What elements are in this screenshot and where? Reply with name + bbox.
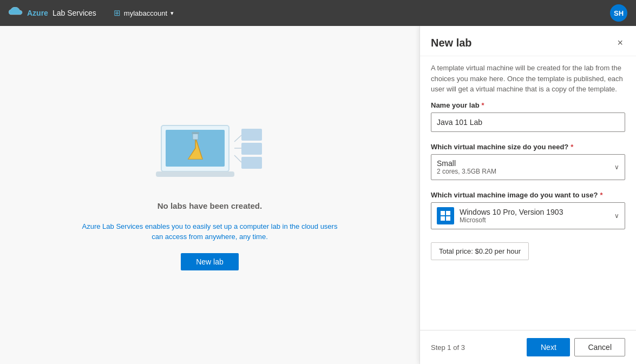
vm-image-value: Windows 10 Pro, Version 1903	[460, 208, 609, 216]
empty-state-title: No labs have been created.	[158, 201, 262, 210]
dialog-title: New lab	[431, 37, 472, 49]
left-panel: No labs have been created. Azure Lab Ser…	[0, 26, 419, 364]
svg-rect-14	[446, 211, 450, 215]
illustration	[156, 120, 264, 190]
topbar: Azure Lab Services ⊞ mylabaccount ▾ SH	[0, 0, 636, 26]
user-avatar[interactable]: SH	[610, 4, 627, 22]
cloud-icon	[9, 6, 23, 20]
svg-rect-15	[441, 216, 445, 221]
close-button[interactable]: ×	[615, 37, 625, 49]
footer-buttons: Next Cancel	[527, 338, 625, 356]
step-label: Step 1 of 3	[431, 343, 465, 352]
chevron-down-icon: ▾	[171, 10, 174, 17]
svg-rect-11	[241, 143, 262, 155]
vm-size-label: Which virtual machine size do you need? …	[431, 143, 625, 151]
required-indicator: *	[482, 101, 484, 109]
vm-image-sub: Microsoft	[460, 216, 609, 224]
empty-state-illustration	[156, 120, 264, 190]
chevron-down-icon: ∨	[614, 163, 619, 171]
dialog-body: Name your lab * Which virtual machine si…	[420, 101, 636, 330]
vm-size-value: Small	[437, 159, 496, 168]
svg-rect-12	[241, 157, 262, 169]
next-button[interactable]: Next	[527, 338, 570, 356]
lab-name-label: Name your lab *	[431, 101, 625, 109]
account-icon: ⊞	[114, 8, 121, 18]
svg-line-7	[234, 135, 241, 142]
svg-rect-10	[241, 129, 262, 141]
vm-image-group: Which virtual machine image do you want …	[431, 191, 625, 229]
dialog-footer: Step 1 of 3 Next Cancel	[420, 330, 636, 364]
new-lab-button[interactable]: New lab	[181, 253, 239, 270]
app-logo: Azure Lab Services	[9, 6, 96, 20]
vm-image-dropdown[interactable]: Windows 10 Pro, Version 1903 Microsoft ∨	[431, 202, 625, 229]
empty-state-desc: Azure Lab Services enables you to easily…	[80, 221, 340, 242]
brand-azure: Azure	[27, 9, 48, 17]
dialog-description: A template virtual machine will be creat…	[420, 56, 636, 101]
vm-size-group: Which virtual machine size do you need? …	[431, 143, 625, 180]
svg-rect-16	[446, 216, 450, 221]
vm-image-label: Which virtual machine image do you want …	[431, 191, 625, 199]
svg-rect-6	[156, 171, 234, 177]
cancel-button[interactable]: Cancel	[574, 338, 625, 356]
svg-rect-4	[192, 132, 199, 134]
required-indicator-3: *	[600, 191, 602, 199]
svg-line-9	[234, 155, 241, 162]
vm-size-dropdown[interactable]: Small 2 cores, 3.5GB RAM ∨	[431, 154, 625, 180]
lab-name-group: Name your lab *	[431, 101, 625, 132]
price-group: Total price: $0.20 per hour	[431, 240, 625, 260]
price-badge: Total price: $0.20 per hour	[431, 242, 529, 260]
dialog-header: New lab ×	[420, 26, 636, 56]
main-area: No labs have been created. Azure Lab Ser…	[0, 26, 636, 364]
vm-size-sub: 2 cores, 3.5GB RAM	[437, 168, 496, 175]
lab-name-input[interactable]	[431, 112, 625, 132]
svg-rect-13	[441, 211, 445, 215]
windows-icon	[437, 207, 454, 224]
required-indicator-2: *	[571, 143, 573, 151]
brand-rest: Lab Services	[53, 9, 96, 17]
account-name: mylabaccount	[124, 9, 167, 17]
account-menu[interactable]: ⊞ mylabaccount ▾	[114, 8, 174, 18]
new-lab-dialog: New lab × A template virtual machine wil…	[419, 26, 636, 364]
chevron-down-icon-2: ∨	[614, 212, 619, 220]
